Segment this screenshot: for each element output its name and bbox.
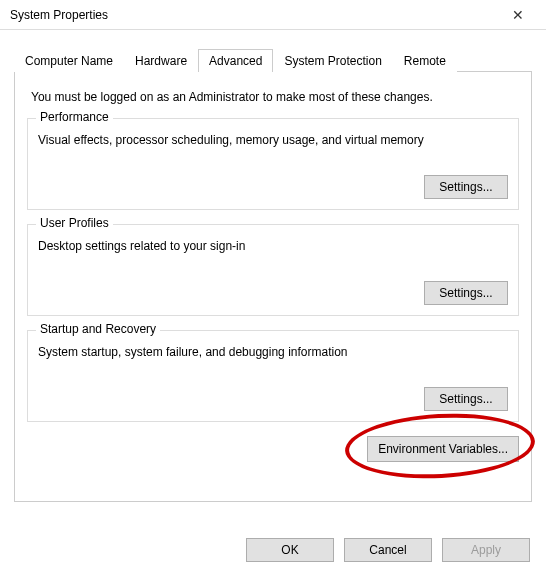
- group-performance: Performance Visual effects, processor sc…: [27, 118, 519, 210]
- performance-desc: Visual effects, processor scheduling, me…: [38, 133, 508, 147]
- tab-advanced[interactable]: Advanced: [198, 49, 273, 72]
- cancel-button[interactable]: Cancel: [344, 538, 432, 562]
- group-legend-user-profiles: User Profiles: [36, 216, 113, 230]
- admin-notice: You must be logged on as an Administrato…: [31, 90, 515, 104]
- group-legend-performance: Performance: [36, 110, 113, 124]
- dialog-content: Computer Name Hardware Advanced System P…: [0, 30, 546, 512]
- tabpanel-advanced: You must be logged on as an Administrato…: [14, 72, 532, 502]
- env-vars-row: Environment Variables...: [27, 436, 519, 462]
- window-title: System Properties: [10, 8, 108, 22]
- tab-remote[interactable]: Remote: [393, 49, 457, 72]
- performance-settings-button[interactable]: Settings...: [424, 175, 508, 199]
- tab-hardware[interactable]: Hardware: [124, 49, 198, 72]
- group-legend-startup: Startup and Recovery: [36, 322, 160, 336]
- titlebar: System Properties ✕: [0, 0, 546, 30]
- tab-computer-name[interactable]: Computer Name: [14, 49, 124, 72]
- apply-button[interactable]: Apply: [442, 538, 530, 562]
- dialog-buttons: OK Cancel Apply: [246, 538, 530, 562]
- user-profiles-desc: Desktop settings related to your sign-in: [38, 239, 508, 253]
- startup-desc: System startup, system failure, and debu…: [38, 345, 508, 359]
- group-user-profiles: User Profiles Desktop settings related t…: [27, 224, 519, 316]
- tab-system-protection[interactable]: System Protection: [273, 49, 392, 72]
- group-startup-recovery: Startup and Recovery System startup, sys…: [27, 330, 519, 422]
- startup-settings-button[interactable]: Settings...: [424, 387, 508, 411]
- tabstrip: Computer Name Hardware Advanced System P…: [14, 48, 532, 72]
- ok-button[interactable]: OK: [246, 538, 334, 562]
- environment-variables-button[interactable]: Environment Variables...: [367, 436, 519, 462]
- user-profiles-settings-button[interactable]: Settings...: [424, 281, 508, 305]
- close-icon[interactable]: ✕: [498, 1, 538, 29]
